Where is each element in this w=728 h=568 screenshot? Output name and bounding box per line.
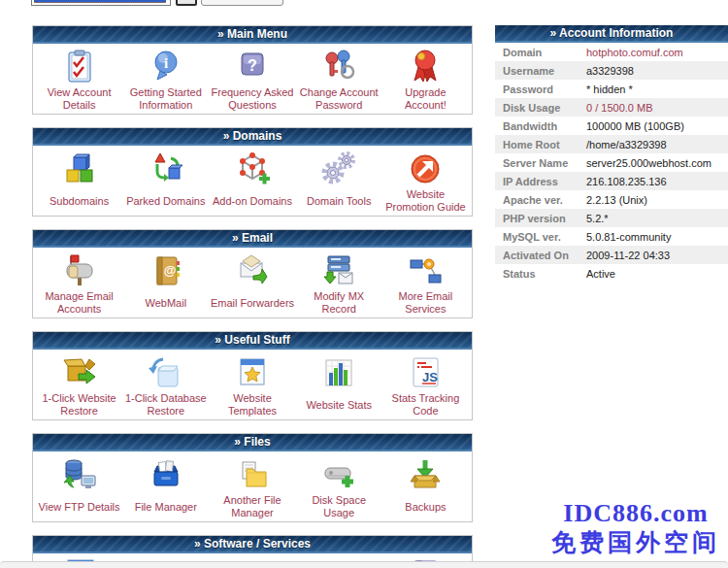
section-title: » Main Menu	[217, 27, 287, 41]
address-book-icon: @	[147, 250, 185, 290]
item-label: File Manager	[134, 494, 198, 519]
section-header-main-menu: » Main Menu	[33, 26, 472, 44]
account-row-value[interactable]: hotphoto.comuf.com	[586, 47, 683, 58]
section-header-software-services: » Software / Services	[33, 536, 472, 553]
item-label: Email Forwarders	[210, 290, 295, 316]
item-domain-tools[interactable]: Domain Tools	[296, 148, 382, 214]
account-row-server-name: Server Nameserver25.000webhost.com	[495, 153, 728, 172]
account-row-password: Password* hidden *	[495, 80, 728, 98]
item-frequency-asked-questions[interactable]: ?Frequency Asked Questions	[209, 46, 295, 112]
section-title: » Software / Services	[194, 537, 311, 551]
watermark: IDC886.com 免费国外空间	[551, 499, 720, 557]
section-domains: » DomainsSubdomainsParked DomainsAdd-on …	[32, 127, 473, 217]
account-row-home-root: Home Root/home/a3329398	[495, 135, 728, 153]
item-website-templates[interactable]: Website Templates	[209, 351, 295, 418]
account-row-label: Activated On	[495, 250, 586, 261]
item-webmail[interactable]: @WebMail	[122, 250, 209, 316]
item-more-email-services[interactable]: More Email Services	[382, 250, 469, 316]
create-new-button[interactable]	[201, 0, 283, 6]
item-label: Subdomains	[49, 188, 110, 214]
account-row-label: Status	[495, 268, 586, 280]
window-star-icon	[233, 351, 272, 392]
item-email-forwarders[interactable]: Email Forwarders	[209, 250, 295, 316]
backup-box-icon	[406, 453, 445, 494]
section-header-files: » Files	[33, 434, 472, 451]
question-square-icon: ?	[233, 46, 272, 86]
account-row-value: 100000 MB (100GB)	[586, 120, 684, 132]
ftp-sync-icon	[60, 453, 99, 494]
item-label: Disk Space Usage	[296, 494, 382, 519]
item-disk-space-usage[interactable]: Disk Space Usage	[296, 453, 382, 519]
section-header-email: » Email	[33, 230, 472, 248]
item-website-stats[interactable]: Website Stats	[296, 351, 382, 418]
item-getting-started-information[interactable]: iGetting Started Information	[122, 46, 209, 112]
item-label: View FTP Details	[38, 494, 121, 519]
item-change-account-password[interactable]: Change Account Password	[296, 46, 382, 112]
item-manage-email-accounts[interactable]: Manage Email Accounts	[36, 250, 122, 316]
item-label: Another File Manager	[209, 494, 295, 519]
account-information-rows: Domainhotphoto.comuf.comUsernamea3329398…	[495, 43, 728, 283]
item-modify-mx-record[interactable]: Modify MX Record	[296, 250, 382, 316]
horizontal-scrollbar[interactable]	[0, 561, 728, 568]
item-parked-domains[interactable]: Parked Domains	[122, 148, 209, 214]
item-backups[interactable]: Backups	[382, 453, 469, 519]
watermark-site-name: IDC886.com	[551, 499, 720, 528]
item-file-manager[interactable]: File Manager	[122, 453, 209, 519]
account-row-value: server25.000webhost.com	[586, 157, 711, 169]
item-label: Backups	[404, 494, 447, 519]
account-row-domain: Domainhotphoto.comuf.com	[495, 43, 728, 61]
mailbox-icon	[60, 250, 99, 290]
gears-icon	[319, 148, 358, 188]
item-stats-tracking-code[interactable]: JSStats Tracking Code	[382, 351, 469, 418]
search-input-selected-text	[34, 0, 166, 3]
account-row-value: 216.108.235.136	[586, 176, 667, 187]
account-row-username: Usernamea3329398	[495, 61, 728, 80]
account-row-label: Server Name	[495, 157, 586, 169]
svg-text:i: i	[164, 55, 168, 71]
item-label: Upgrade Account!	[382, 86, 469, 112]
keys-icon	[319, 46, 358, 86]
item-website-promotion-guide[interactable]: Website Promotion Guide	[382, 148, 469, 214]
section-body-domains: SubdomainsParked DomainsAdd-on DomainsDo…	[33, 146, 472, 216]
item-another-file-manager[interactable]: Another File Manager	[209, 453, 295, 519]
section-email: » EmailManage Email Accounts@WebMailEmai…	[32, 229, 473, 318]
account-row-value: * hidden *	[586, 84, 633, 95]
svg-text:@: @	[163, 263, 176, 278]
search-input[interactable]	[31, 0, 171, 6]
account-information-title: » Account Information	[550, 26, 674, 40]
item-label: Add-on Domains	[212, 188, 293, 214]
item-1-click-database-restore[interactable]: 1-Click Database Restore	[122, 351, 209, 418]
account-row-value: 5.2.*	[586, 213, 609, 224]
account-row-label: PHP version	[495, 213, 586, 224]
account-row-apache-ver: Apache ver.2.2.13 (Unix)	[495, 190, 728, 209]
account-row-label: MySQL ver.	[495, 231, 586, 243]
item-view-ftp-details[interactable]: View FTP Details	[36, 453, 122, 519]
clipboard-check-icon	[60, 46, 99, 86]
network-cube-icon	[233, 148, 272, 188]
award-ribbon-icon	[406, 46, 445, 86]
item-label: Stats Tracking Code	[382, 392, 469, 418]
item-1-click-website-restore[interactable]: 1-Click Website Restore	[36, 351, 122, 418]
item-label: Parked Domains	[125, 188, 206, 214]
bar-chart-icon	[319, 351, 358, 392]
account-row-value: 0 / 1500.0 MB	[586, 102, 653, 114]
go-button[interactable]	[176, 0, 197, 6]
item-label: WebMail	[145, 290, 188, 316]
section-title: » Domains	[223, 129, 282, 143]
account-row-value: Active	[586, 268, 615, 280]
account-row-label: Password	[495, 84, 586, 95]
item-label: 1-Click Database Restore	[122, 392, 209, 418]
item-label: Website Templates	[209, 392, 295, 418]
account-information-panel: » Account Information Domainhotphoto.com…	[495, 25, 728, 283]
server-mail-icon	[319, 250, 358, 290]
item-view-account-details[interactable]: View Account Details	[36, 46, 122, 112]
account-row-mysql-ver: MySQL ver.5.0.81-community	[495, 227, 728, 246]
item-subdomains[interactable]: Subdomains	[36, 148, 122, 214]
item-upgrade-account[interactable]: Upgrade Account!	[382, 46, 469, 112]
drawer-icon	[147, 453, 185, 494]
account-row-label: Domain	[495, 47, 586, 58]
account-row-activated-on: Activated On2009-11-22 04:33	[495, 246, 728, 264]
item-add-on-domains[interactable]: Add-on Domains	[209, 148, 295, 214]
account-row-label: Disk Usage	[495, 102, 586, 114]
item-label: View Account Details	[36, 86, 122, 112]
